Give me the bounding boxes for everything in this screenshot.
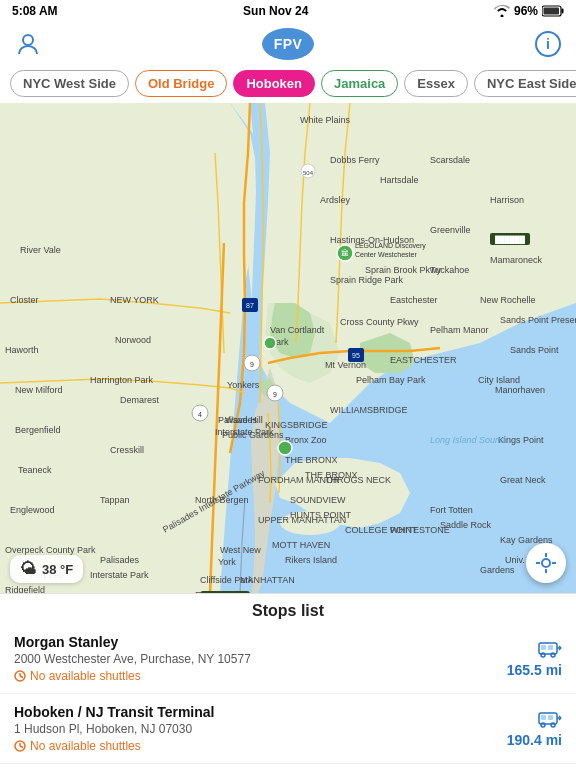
svg-point-131 xyxy=(551,723,555,727)
svg-text:Yonkers: Yonkers xyxy=(227,380,260,390)
status-bar: 5:08 AM Sun Nov 24 96% xyxy=(0,0,576,22)
weather-badge: 🌤 38 °F xyxy=(10,555,83,583)
stop-status: No available shuttles xyxy=(14,669,507,683)
wifi-icon xyxy=(494,5,510,17)
svg-text:95: 95 xyxy=(352,352,360,359)
svg-text:Haworth: Haworth xyxy=(5,345,39,355)
tab-jamaica[interactable]: Jamaica xyxy=(321,70,398,97)
svg-text:Pelham Manor: Pelham Manor xyxy=(430,325,489,335)
logo-oval: FPV xyxy=(262,28,314,60)
svg-rect-1 xyxy=(562,9,564,14)
svg-rect-118 xyxy=(548,645,553,650)
tab-nyc-west-side[interactable]: NYC West Side xyxy=(10,70,129,97)
tab-hoboken[interactable]: Hoboken xyxy=(233,70,315,97)
info-icon: i xyxy=(534,30,562,58)
svg-text:Dobbs Ferry: Dobbs Ferry xyxy=(330,155,380,165)
svg-text:Great Neck: Great Neck xyxy=(500,475,546,485)
tab-nyc-east-side[interactable]: NYC East Side xyxy=(474,70,576,97)
svg-line-115 xyxy=(20,676,23,678)
svg-text:Scarsdale: Scarsdale xyxy=(430,155,470,165)
svg-text:Closter: Closter xyxy=(10,295,39,305)
svg-text:Demarest: Demarest xyxy=(120,395,160,405)
svg-text:Sprain Ridge Park: Sprain Ridge Park xyxy=(330,275,404,285)
svg-text:Sands Point Preserve: Sands Point Preserve xyxy=(500,315,576,325)
svg-text:4: 4 xyxy=(198,411,202,418)
svg-text:WHITESTONE: WHITESTONE xyxy=(390,525,450,535)
logo-text: FPV xyxy=(274,36,303,52)
stop-address: 1 Hudson Pl, Hoboken, NJ 07030 xyxy=(14,722,507,736)
app-logo: FPV xyxy=(262,28,314,60)
svg-text:504: 504 xyxy=(303,170,314,176)
svg-text:Interstate Park: Interstate Park xyxy=(90,570,149,580)
svg-text:City Island: City Island xyxy=(478,375,520,385)
svg-line-126 xyxy=(20,746,23,748)
svg-text:West New: West New xyxy=(220,545,261,555)
svg-text:Greenville: Greenville xyxy=(430,225,471,235)
svg-text:Hartsdale: Hartsdale xyxy=(380,175,419,185)
stops-list: Stops list Morgan Stanley 2000 Westchest… xyxy=(0,593,576,764)
clock-icon xyxy=(14,740,26,752)
svg-text:Sands Point: Sands Point xyxy=(510,345,559,355)
status-date: Sun Nov 24 xyxy=(243,4,308,18)
person-button[interactable] xyxy=(10,26,46,62)
svg-text:Gardens: Gardens xyxy=(480,565,515,575)
svg-text:Mamaroneck: Mamaroneck xyxy=(490,255,543,265)
svg-text:Bergenfield: Bergenfield xyxy=(15,425,61,435)
svg-point-69 xyxy=(264,337,276,349)
battery-icon xyxy=(542,5,564,17)
shuttle-icon xyxy=(538,710,562,728)
tab-essex[interactable]: Essex xyxy=(404,70,468,97)
svg-text:Tappan: Tappan xyxy=(100,495,130,505)
svg-text:SOUNDVIEW: SOUNDVIEW xyxy=(290,495,346,505)
svg-point-68 xyxy=(278,441,292,455)
svg-text:Teaneck: Teaneck xyxy=(18,465,52,475)
svg-text:Cross County Pkwy: Cross County Pkwy xyxy=(340,317,419,327)
svg-text:EASTCHESTER: EASTCHESTER xyxy=(390,355,457,365)
svg-rect-128 xyxy=(541,715,546,720)
svg-text:HUNTS POINT: HUNTS POINT xyxy=(290,510,352,520)
svg-text:Van Cortlandt: Van Cortlandt xyxy=(270,325,325,335)
location-button[interactable] xyxy=(526,543,566,583)
tab-old-bridge[interactable]: Old Bridge xyxy=(135,70,227,97)
person-icon xyxy=(14,30,42,58)
svg-text:Long Island Sound: Long Island Sound xyxy=(430,435,506,445)
date-display: Sun Nov 24 xyxy=(243,4,308,18)
map-area[interactable]: River Vale Closter Haworth New Milford B… xyxy=(0,103,576,593)
svg-text:Interstate Park: Interstate Park xyxy=(215,427,274,437)
stop-distance: 190.4 mi xyxy=(507,710,562,748)
svg-point-119 xyxy=(541,653,545,657)
stop-info: Morgan Stanley 2000 Westchester Ave, Pur… xyxy=(14,634,507,683)
svg-point-120 xyxy=(551,653,555,657)
svg-rect-129 xyxy=(548,715,553,720)
svg-text:New Milford: New Milford xyxy=(15,385,63,395)
svg-text:i: i xyxy=(546,36,550,52)
svg-text:Ridgefield: Ridgefield xyxy=(195,590,235,593)
svg-text:Sprain Brook Pkwy: Sprain Brook Pkwy xyxy=(365,265,442,275)
svg-text:Center Westchester: Center Westchester xyxy=(355,251,417,258)
svg-text:White Plains: White Plains xyxy=(300,115,351,125)
svg-text:Ridgefield: Ridgefield xyxy=(5,585,45,593)
svg-text:KINGSBRIDGE: KINGSBRIDGE xyxy=(265,420,328,430)
svg-rect-2 xyxy=(544,8,560,15)
status-indicators: 96% xyxy=(494,4,564,18)
svg-point-108 xyxy=(542,559,550,567)
stops-header: Stops list xyxy=(0,593,576,624)
svg-text:Palisades: Palisades xyxy=(100,555,140,565)
stop-name: Morgan Stanley xyxy=(14,634,507,650)
stop-item[interactable]: Hoboken / NJ Transit Terminal 1 Hudson P… xyxy=(0,694,576,764)
svg-text:York: York xyxy=(218,557,236,567)
svg-text:Pelham Bay Park: Pelham Bay Park xyxy=(356,375,426,385)
svg-point-3 xyxy=(23,35,33,45)
svg-text:87: 87 xyxy=(246,302,254,309)
distance-value: 165.5 mi xyxy=(507,662,562,678)
temperature-display: 38 °F xyxy=(42,562,73,577)
svg-point-130 xyxy=(541,723,545,727)
svg-text:Ardsley: Ardsley xyxy=(320,195,351,205)
svg-text:🏛: 🏛 xyxy=(341,248,349,258)
svg-text:9: 9 xyxy=(273,391,277,398)
svg-text:Englewood: Englewood xyxy=(10,505,55,515)
svg-text:Eastchester: Eastchester xyxy=(390,295,438,305)
info-button[interactable]: i xyxy=(530,26,566,62)
svg-text:Rikers Island: Rikers Island xyxy=(285,555,337,565)
stop-item[interactable]: Morgan Stanley 2000 Westchester Ave, Pur… xyxy=(0,624,576,694)
